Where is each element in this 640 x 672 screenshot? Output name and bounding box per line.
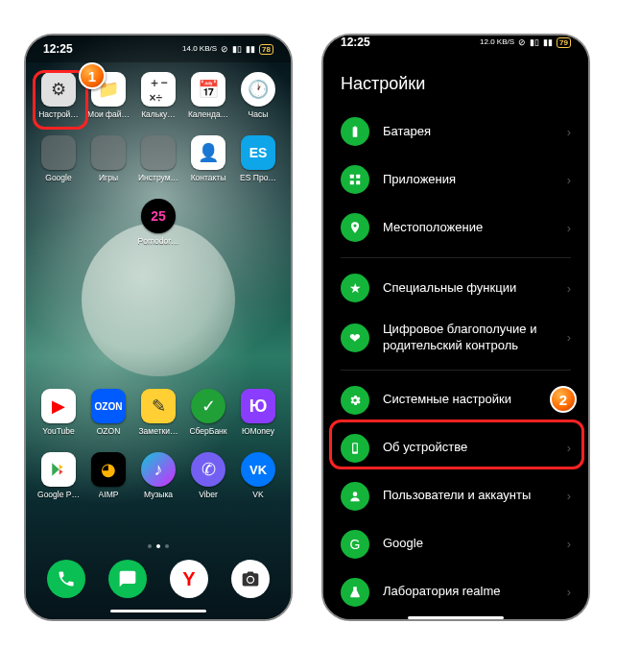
sber-icon: ✓	[191, 389, 225, 423]
app-calendar[interactable]: 📅 Календа…	[183, 72, 233, 135]
app-es-explorer[interactable]: ES ES Про…	[233, 135, 283, 199]
calculator-icon: ＋−×÷	[141, 72, 176, 107]
folder-tools[interactable]: Инструм…	[133, 135, 183, 199]
google-icon: G	[341, 530, 369, 559]
viber-icon: ✆	[191, 452, 225, 487]
status-icons: 12.0 KB/S ⊘ ▮▯ ▮▮ 79	[480, 37, 571, 48]
settings-item-apps[interactable]: Приложения ›	[323, 156, 588, 204]
signal-icon: ▮▯	[232, 44, 242, 54]
app-sberbank[interactable]: ✓ СберБанк	[183, 389, 233, 452]
battery-indicator: 78	[259, 44, 273, 55]
location-icon	[341, 213, 369, 242]
svg-point-0	[248, 577, 253, 583]
status-icons: 14.0 KB/S ⊘ ▮▯ ▮▮ 78	[182, 44, 273, 55]
app-pomodoro[interactable]: 25 Pomodor…	[133, 199, 183, 262]
system-icon	[341, 386, 369, 415]
do-not-disturb-icon: ⊘	[518, 37, 526, 47]
divider	[341, 370, 571, 371]
navigation-bar[interactable]	[323, 616, 588, 619]
settings-item-special[interactable]: ★ Специальные функции ›	[323, 264, 588, 312]
svg-rect-4	[356, 180, 360, 184]
settings-item-system[interactable]: Системные настройки ›	[323, 376, 588, 424]
svg-rect-3	[350, 180, 354, 184]
settings-item-location[interactable]: Местоположение ›	[323, 204, 588, 252]
chevron-right-icon: ›	[567, 537, 571, 551]
users-icon	[341, 482, 369, 511]
dock-messages[interactable]	[108, 560, 147, 598]
chevron-right-icon: ›	[567, 221, 571, 235]
settings-item-label: Системные настройки	[383, 392, 554, 408]
dock-phone[interactable]	[47, 560, 85, 598]
app-grid[interactable]: ⚙ Настрой… 📁 Мои фай… ＋−×÷ Кальку… 📅 Кал…	[26, 62, 291, 540]
app-label: ES Про…	[240, 173, 276, 182]
folder-google[interactable]: Google	[34, 135, 83, 199]
app-yoomoney[interactable]: Ю ЮMoney	[233, 389, 283, 452]
chevron-right-icon: ›	[567, 441, 571, 455]
app-label: YouTube	[42, 426, 74, 436]
app-youtube[interactable]: ▶ YouTube	[34, 389, 83, 452]
app-clock[interactable]: 🕐 Часы	[233, 72, 283, 135]
es-icon: ES	[241, 135, 275, 170]
settings-item-label: Цифровое благополучие и родительский кон…	[383, 322, 554, 354]
svg-rect-6	[353, 444, 357, 451]
app-label: OZON	[97, 426, 121, 436]
app-label: ЮMoney	[242, 426, 274, 436]
dock-camera[interactable]	[231, 560, 270, 598]
settings-item-label: Пользователи и аккаунты	[383, 488, 554, 504]
network-speed: 12.0 KB/S	[480, 38, 514, 46]
folder-icon	[91, 135, 126, 170]
navigation-bar[interactable]	[26, 602, 291, 619]
app-label: Viber	[199, 490, 218, 499]
signal-icon: ▮▮	[543, 37, 553, 47]
dock-yandex[interactable]: Y	[170, 560, 208, 598]
ozon-icon: OZON	[91, 389, 126, 423]
settings-item-battery[interactable]: Батарея ›	[323, 108, 588, 156]
settings-title: Настройки	[323, 57, 588, 108]
app-contacts[interactable]: 👤 Контакты	[183, 135, 233, 199]
battery-indicator: 79	[557, 37, 571, 48]
chevron-right-icon: ›	[567, 330, 571, 345]
settings-item-label: Лаборатория realme	[383, 584, 554, 600]
app-ozon[interactable]: OZON OZON	[83, 389, 133, 452]
app-notes[interactable]: ✎ Заметки…	[133, 389, 183, 452]
status-time: 12:25	[43, 42, 73, 56]
app-label: Игры	[99, 173, 118, 182]
phone-icon	[341, 434, 369, 463]
settings-item-label: Специальные функции	[383, 280, 554, 297]
settings-item-about[interactable]: Об устройстве ›	[323, 424, 588, 472]
folder-games[interactable]: Игры	[83, 135, 133, 199]
app-label: Google P…	[37, 490, 80, 499]
music-icon: ♪	[141, 452, 176, 487]
play-store-icon	[41, 452, 76, 487]
vk-icon: VK	[241, 452, 275, 487]
settings-item-wellbeing[interactable]: ❤ Цифровое благополучие и родительский к…	[323, 312, 588, 364]
settings-item-google[interactable]: G Google ›	[323, 520, 588, 568]
status-time: 12:25	[341, 36, 370, 49]
settings-item-users[interactable]: Пользователи и аккаунты ›	[323, 472, 588, 520]
app-label: Календа…	[188, 109, 228, 119]
app-google-play[interactable]: Google P…	[34, 452, 83, 516]
folder-icon	[41, 135, 76, 170]
folder-icon	[141, 135, 176, 170]
page-indicator[interactable]	[26, 540, 291, 554]
phone-settings-screen: 2 12:25 12.0 KB/S ⊘ ▮▯ ▮▮ 79 Настройки Б…	[321, 34, 590, 621]
settings-list[interactable]: Настройки Батарея › Приложения › Ме	[323, 49, 588, 616]
app-music[interactable]: ♪ Музыка	[133, 452, 183, 516]
app-calculator[interactable]: ＋−×÷ Кальку…	[133, 72, 183, 135]
settings-item-lab[interactable]: Лаборатория realme ›	[323, 568, 588, 616]
app-label: Кальку…	[141, 109, 176, 119]
star-icon: ★	[341, 274, 369, 302]
flask-icon	[341, 578, 369, 607]
app-vk[interactable]: VK VK	[233, 452, 283, 516]
app-settings[interactable]: ⚙ Настрой…	[34, 72, 83, 135]
notes-icon: ✎	[141, 389, 176, 423]
clock-icon: 🕐	[241, 72, 275, 107]
app-label: Заметки…	[138, 426, 178, 436]
aimp-icon: ◕	[91, 452, 126, 487]
app-aimp[interactable]: ◕ AIMP	[83, 452, 133, 516]
step-badge-2: 2	[550, 386, 577, 413]
signal-icon: ▮▯	[530, 37, 539, 47]
do-not-disturb-icon: ⊘	[221, 44, 228, 54]
calendar-icon: 📅	[191, 72, 225, 107]
app-viber[interactable]: ✆ Viber	[183, 452, 233, 516]
